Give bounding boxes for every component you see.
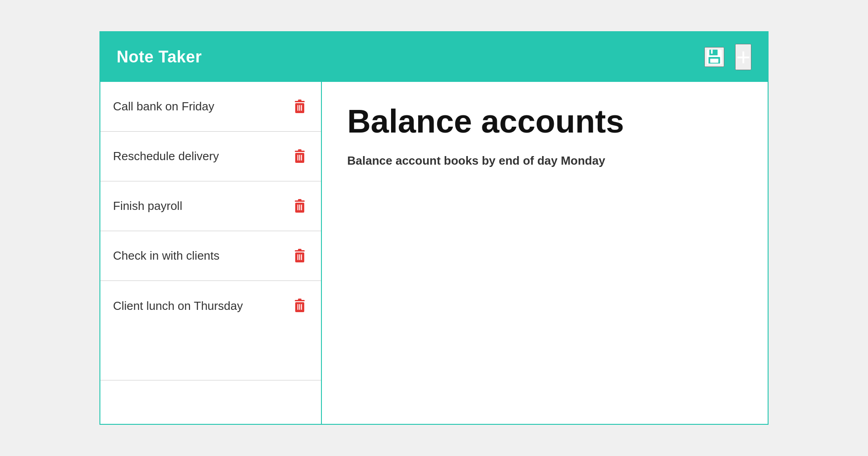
- note-list-item[interactable]: Call bank on Friday: [100, 82, 321, 132]
- svg-rect-30: [298, 299, 302, 300]
- header: Note Taker +: [100, 32, 768, 82]
- app-title: Note Taker: [117, 48, 202, 66]
- note-detail-pane: Balance accounts Balance account books b…: [322, 82, 768, 424]
- note-item-title: Finish payroll: [113, 199, 182, 213]
- trash-icon: [293, 149, 307, 164]
- svg-rect-14: [297, 155, 298, 161]
- svg-rect-1: [710, 50, 718, 56]
- note-list-item[interactable]: Finish payroll: [100, 181, 321, 231]
- svg-rect-27: [299, 254, 300, 260]
- delete-note-button[interactable]: [291, 97, 308, 116]
- svg-rect-15: [299, 155, 300, 161]
- note-item-title: Reschedule delivery: [113, 149, 219, 163]
- note-list: Call bank on Friday Reschedule delivery: [100, 82, 321, 331]
- svg-rect-34: [301, 304, 302, 310]
- svg-rect-18: [298, 199, 302, 201]
- svg-rect-32: [297, 304, 298, 310]
- sidebar: Call bank on Friday Reschedule delivery: [100, 82, 322, 424]
- add-note-button[interactable]: +: [735, 44, 751, 70]
- app-container: Note Taker + Call bank on Friday: [99, 31, 769, 425]
- delete-note-button[interactable]: [291, 147, 308, 166]
- save-button[interactable]: [704, 47, 724, 67]
- svg-rect-20: [297, 204, 298, 210]
- svg-rect-22: [301, 204, 302, 210]
- delete-note-button[interactable]: [291, 296, 308, 315]
- svg-rect-21: [299, 204, 300, 210]
- svg-rect-28: [301, 254, 302, 260]
- svg-rect-10: [301, 105, 302, 111]
- save-icon: [705, 47, 723, 67]
- svg-rect-26: [297, 254, 298, 260]
- plus-icon: +: [736, 45, 750, 69]
- note-list-item[interactable]: Reschedule delivery: [100, 132, 321, 181]
- main-content: Call bank on Friday Reschedule delivery: [100, 82, 768, 424]
- trash-icon: [293, 99, 307, 114]
- note-list-item[interactable]: Client lunch on Thursday: [100, 281, 321, 331]
- svg-rect-6: [298, 100, 302, 101]
- note-item-title: Client lunch on Thursday: [113, 299, 243, 313]
- svg-rect-2: [711, 50, 713, 54]
- svg-rect-8: [297, 105, 298, 111]
- note-detail-title: Balance accounts: [347, 104, 742, 139]
- note-item-title: Call bank on Friday: [113, 100, 214, 114]
- svg-rect-4: [710, 59, 718, 63]
- delete-note-button[interactable]: [291, 197, 308, 216]
- note-list-item[interactable]: Check in with clients: [100, 231, 321, 281]
- trash-icon: [293, 298, 307, 314]
- note-detail-body: Balance account books by end of day Mond…: [347, 152, 742, 170]
- note-item-title: Check in with clients: [113, 249, 220, 263]
- svg-rect-12: [298, 149, 302, 151]
- delete-note-button[interactable]: [291, 247, 308, 266]
- trash-icon: [293, 248, 307, 264]
- svg-rect-33: [299, 304, 300, 310]
- empty-list-item: [100, 331, 321, 380]
- svg-rect-24: [298, 249, 302, 251]
- svg-rect-9: [299, 105, 300, 111]
- header-actions: +: [704, 44, 751, 70]
- svg-rect-16: [301, 155, 302, 161]
- trash-icon: [293, 199, 307, 214]
